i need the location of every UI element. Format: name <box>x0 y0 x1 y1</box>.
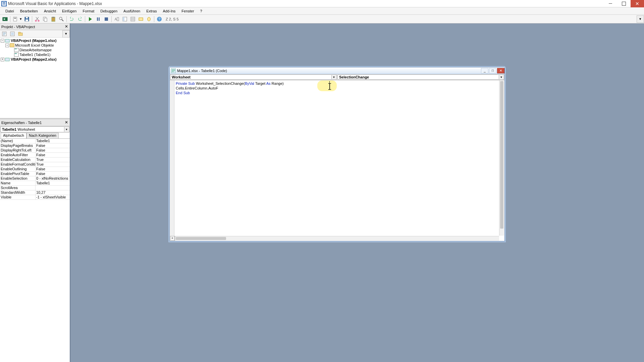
menu-fenster[interactable]: Fenster <box>179 8 197 14</box>
menu-extras[interactable]: Extras <box>144 8 159 14</box>
break-button[interactable] <box>95 15 102 23</box>
svg-rect-33 <box>5 39 9 42</box>
vba-icon <box>1 1 7 6</box>
copy-button[interactable] <box>42 15 49 23</box>
property-row[interactable]: StandardWidth10,27 <box>0 190 70 195</box>
property-row[interactable]: DisplayRightToLeftFalse <box>0 148 70 153</box>
property-row[interactable]: NameTabelle1 <box>0 181 70 186</box>
project-tree[interactable]: − VBAProject (Mappe1.xlsx) −Microsoft Ex… <box>0 38 70 118</box>
maximize-button[interactable] <box>617 0 631 7</box>
property-row[interactable]: Visible-1 - xlSheetVisible <box>0 195 70 200</box>
property-row[interactable]: EnableAutoFilterFalse <box>0 153 70 158</box>
tree-thisworkbook[interactable]: DieseArbeitsmappe <box>19 48 52 52</box>
tab-categorized[interactable]: Nach Kategorien <box>26 133 59 138</box>
properties-panel-close-icon[interactable]: ✕ <box>64 120 69 125</box>
property-value[interactable]: 0 - xlNoRestrictions <box>36 176 70 181</box>
tree-project1[interactable]: VBAProject (Mappe1.xlsx) <box>11 38 56 43</box>
property-row[interactable]: EnableCalculationTrue <box>0 158 70 162</box>
object-combo[interactable]: Worksheet▼ <box>170 74 337 80</box>
tree-tabelle1[interactable]: Tabelle1 (Tabelle1) <box>19 52 50 57</box>
property-value[interactable] <box>36 186 70 190</box>
property-row[interactable]: EnableFormatConditionsCalcTrue <box>0 162 70 167</box>
property-value[interactable]: 10,27 <box>36 190 70 195</box>
property-value[interactable]: True <box>36 162 70 167</box>
save-button[interactable] <box>23 15 31 23</box>
property-name: EnableAutoFilter <box>0 153 36 157</box>
menu-format[interactable]: Format <box>80 8 97 14</box>
project-panel-close-icon[interactable]: ✕ <box>64 24 69 29</box>
minimize-button[interactable] <box>604 0 617 7</box>
property-value[interactable]: False <box>36 172 70 176</box>
run-button[interactable] <box>87 15 94 23</box>
find-button[interactable] <box>58 15 65 23</box>
horizontal-scrollbar[interactable] <box>175 236 499 241</box>
redo-button[interactable] <box>76 15 84 23</box>
menu-einfuegen[interactable]: Einfügen <box>59 8 79 14</box>
scrollbar-thumb[interactable] <box>500 81 503 229</box>
view-code-button[interactable] <box>1 30 8 38</box>
code-window-minimize[interactable]: _ <box>481 68 488 73</box>
expander-icon[interactable]: − <box>5 44 9 47</box>
view-object-button[interactable] <box>9 30 16 38</box>
menu-help[interactable]: ? <box>198 8 205 14</box>
menu-ausfuehren[interactable]: Ausführen <box>121 8 143 14</box>
code-window-maximize[interactable]: □ <box>489 68 496 73</box>
chevron-down-icon[interactable]: ▼ <box>64 127 69 132</box>
menu-addins[interactable]: Add-Ins <box>160 8 178 14</box>
properties-grid[interactable]: (Name)Tabelle1DisplayPageBreaksFalseDisp… <box>0 139 70 362</box>
design-mode-button[interactable] <box>113 15 120 23</box>
tree-folder-excel-objects[interactable]: Microsoft Excel Objekte <box>15 43 54 48</box>
property-row[interactable]: EnableOutliningFalse <box>0 167 70 172</box>
code-text[interactable]: Private Sub Worksheet_SelectionChange(By… <box>176 81 284 95</box>
svg-rect-9 <box>26 17 28 18</box>
scrollbar-thumb[interactable] <box>176 237 226 240</box>
menu-bearbeiten[interactable]: Bearbeiten <box>17 8 41 14</box>
property-value[interactable]: False <box>36 153 70 157</box>
toolbar-overflow-button[interactable]: ▾ <box>637 15 644 23</box>
object-browser-button[interactable] <box>137 15 145 23</box>
property-row[interactable]: ScrollArea <box>0 186 70 190</box>
chevron-down-icon[interactable]: ▼ <box>331 75 336 79</box>
tab-alphabetical[interactable]: Alphabetisch <box>1 133 26 138</box>
reset-button[interactable] <box>103 15 110 23</box>
cut-button[interactable] <box>34 15 41 23</box>
undo-button[interactable] <box>68 15 75 23</box>
property-value[interactable]: Tabelle1 <box>36 181 70 185</box>
property-value[interactable]: False <box>36 143 70 148</box>
property-row[interactable]: EnablePivotTableFalse <box>0 172 70 176</box>
view-excel-button[interactable] <box>1 15 9 23</box>
property-row[interactable]: EnableSelection0 - xlNoRestrictions <box>0 176 70 181</box>
help-icon-button[interactable]: ? <box>156 15 163 23</box>
property-value[interactable]: False <box>36 148 70 153</box>
tree-project2[interactable]: VBAProject (Mappe2.xlsx) <box>11 57 56 62</box>
property-value[interactable]: -1 - xlSheetVisible <box>36 195 70 199</box>
properties-button[interactable] <box>129 15 137 23</box>
paste-button[interactable] <box>50 15 57 23</box>
property-value[interactable]: Tabelle1 <box>36 139 70 143</box>
menu-datei[interactable]: Datei <box>3 8 17 14</box>
code-window-close[interactable]: ✕ <box>497 68 504 73</box>
property-value[interactable]: False <box>36 167 70 171</box>
code-window-titlebar[interactable]: Mappe1.xlsx - Tabelle1 (Code) _ □ ✕ <box>170 67 504 74</box>
svg-rect-2 <box>3 2 5 3</box>
menu-debuggen[interactable]: Debuggen <box>98 8 120 14</box>
toolbox-button[interactable] <box>145 15 153 23</box>
close-button[interactable]: ✕ <box>631 0 644 7</box>
project-toolbar-overflow[interactable]: ▾ <box>62 30 70 38</box>
expander-icon[interactable]: − <box>1 39 4 43</box>
procedure-view-button[interactable]: ≡ <box>170 236 175 241</box>
code-editor[interactable]: Private Sub Worksheet_SelectionChange(By… <box>170 80 504 241</box>
property-row[interactable]: DisplayPageBreaksFalse <box>0 143 70 148</box>
properties-object-combo[interactable]: Tabelle1 Worksheet ▼ <box>0 126 69 132</box>
properties-tabs: Alphabetisch Nach Kategorien <box>0 133 70 139</box>
project-explorer-button[interactable] <box>121 15 128 23</box>
procedure-combo[interactable]: SelectionChange▼ <box>337 74 504 80</box>
chevron-down-icon[interactable]: ▼ <box>499 75 503 79</box>
vertical-scrollbar[interactable] <box>499 80 504 236</box>
property-value[interactable]: True <box>36 158 70 162</box>
menu-ansicht[interactable]: Ansicht <box>41 8 59 14</box>
insert-button[interactable] <box>12 15 19 23</box>
expander-icon[interactable]: + <box>1 58 4 61</box>
toggle-folders-button[interactable] <box>17 30 24 38</box>
property-row[interactable]: (Name)Tabelle1 <box>0 139 70 143</box>
